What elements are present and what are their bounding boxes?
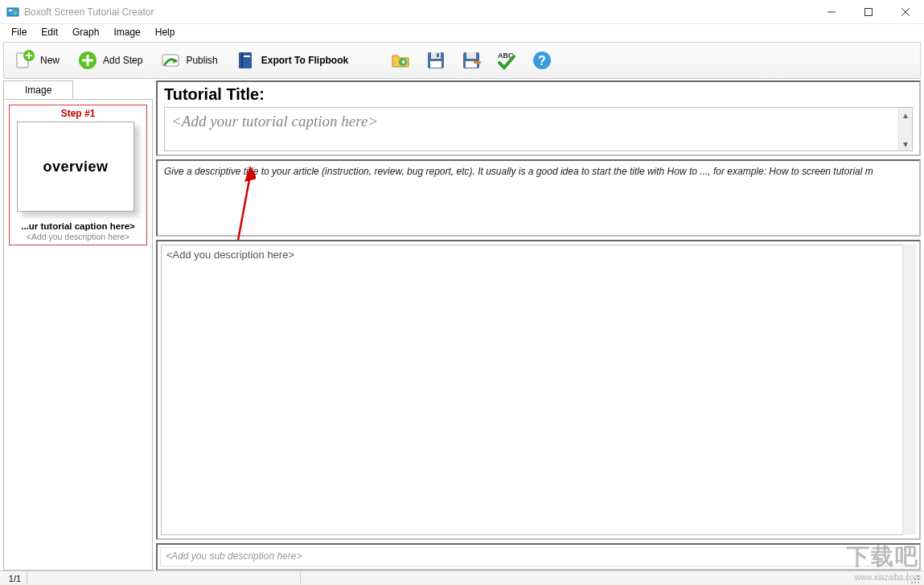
- save-icon: [425, 50, 446, 71]
- hint-text: Give a descriptive title to your article…: [164, 166, 913, 177]
- workspace: Image Step #1 overview ...ur tutorial ca…: [3, 80, 921, 571]
- sub-description-input[interactable]: <Add you sub description here>: [160, 547, 903, 566]
- add-step-button[interactable]: Add Step: [70, 45, 150, 76]
- sub-description-placeholder: <Add you sub description here>: [166, 550, 897, 562]
- svg-point-34: [914, 582, 916, 583]
- close-button[interactable]: [887, 0, 924, 24]
- title-scrollbar[interactable]: ▴ ▾: [898, 108, 912, 150]
- editor-column: Tutorial Title: <Add your tutorial capti…: [156, 80, 921, 571]
- new-label: New: [40, 55, 60, 66]
- svg-text:?: ?: [538, 54, 546, 68]
- spellcheck-button[interactable]: ABC: [491, 45, 523, 76]
- svg-rect-25: [466, 52, 476, 59]
- new-icon: [14, 50, 35, 71]
- export-flipbook-button[interactable]: Export To Flipbook: [228, 45, 355, 76]
- description-input[interactable]: <Add you description here>: [161, 245, 916, 535]
- publish-label: Publish: [186, 55, 217, 66]
- add-step-label: Add Step: [103, 55, 142, 66]
- step-title: Step #1: [12, 108, 144, 119]
- tab-image[interactable]: Image: [3, 80, 73, 99]
- title-placeholder: <Add your tutorial caption here>: [165, 108, 912, 135]
- left-column: Image Step #1 overview ...ur tutorial ca…: [3, 80, 153, 571]
- title-label: Tutorial Title:: [164, 85, 913, 104]
- step-thumbnail[interactable]: overview: [17, 122, 139, 216]
- menubar: File Edit Graph Image Help: [0, 24, 924, 40]
- hint-panel: Give a descriptive title to your article…: [156, 159, 921, 237]
- step-caption: ...ur tutorial caption here>: [12, 221, 144, 231]
- sub-description-panel: <Add you sub description here>: [156, 543, 921, 571]
- save-as-icon: [461, 50, 482, 71]
- app-icon: [6, 6, 19, 19]
- open-folder-button[interactable]: [384, 45, 417, 76]
- svg-rect-27: [474, 61, 481, 64]
- save-as-button[interactable]: [455, 45, 487, 76]
- toolbar: New Add Step Publish Export To Flipbook …: [3, 42, 921, 79]
- steps-panel: Step #1 overview ...ur tutorial caption …: [3, 99, 153, 571]
- window-title: Boxoft Screen Tutorial Creator: [24, 6, 813, 18]
- step-subcaption: <Add you description here>: [12, 232, 144, 241]
- status-page: 1/1: [3, 571, 27, 585]
- svg-point-35: [918, 579, 919, 580]
- titlebar: Boxoft Screen Tutorial Creator: [0, 0, 924, 24]
- description-placeholder: <Add you description here>: [166, 249, 910, 261]
- resize-grip-icon[interactable]: [908, 572, 921, 585]
- window-controls: [813, 0, 924, 24]
- svg-point-38: [918, 575, 919, 577]
- thumb-text: overview: [43, 159, 108, 175]
- svg-rect-23: [430, 61, 441, 68]
- step-card[interactable]: Step #1 overview ...ur tutorial caption …: [9, 105, 147, 245]
- svg-rect-1: [9, 10, 12, 11]
- svg-point-37: [914, 579, 916, 580]
- svg-point-33: [918, 582, 919, 583]
- svg-point-2: [14, 11, 17, 14]
- menu-image[interactable]: Image: [107, 25, 146, 39]
- svg-rect-18: [244, 56, 250, 57]
- scroll-down-icon[interactable]: ▾: [899, 137, 912, 150]
- statusbar: 1/1: [0, 571, 924, 585]
- menu-help[interactable]: Help: [149, 25, 182, 39]
- export-icon: [236, 50, 257, 71]
- svg-rect-4: [865, 8, 873, 15]
- maximize-button[interactable]: [850, 0, 887, 24]
- status-cell-2: [301, 571, 908, 585]
- svg-point-36: [911, 582, 913, 583]
- svg-rect-21: [431, 52, 441, 59]
- status-cell-1: [27, 571, 301, 585]
- svg-rect-17: [241, 52, 243, 68]
- description-scrollbar[interactable]: [902, 245, 916, 535]
- svg-rect-0: [7, 8, 18, 16]
- menu-edit[interactable]: Edit: [35, 25, 64, 39]
- title-panel: Tutorial Title: <Add your tutorial capti…: [156, 80, 921, 156]
- svg-rect-16: [239, 52, 252, 68]
- menu-file[interactable]: File: [5, 25, 33, 39]
- publish-button[interactable]: Publish: [153, 45, 224, 76]
- export-label: Export To Flipbook: [261, 55, 348, 66]
- svg-rect-22: [437, 53, 439, 57]
- add-step-icon: [77, 50, 98, 71]
- description-panel: <Add you description here>: [156, 240, 921, 540]
- publish-icon: [160, 50, 181, 71]
- minimize-button[interactable]: [813, 0, 850, 24]
- spellcheck-icon: ABC: [496, 50, 517, 71]
- help-button[interactable]: ?: [526, 45, 558, 76]
- folder-open-icon: [390, 50, 411, 71]
- left-tabs: Image: [3, 80, 153, 99]
- title-input[interactable]: <Add your tutorial caption here> ▴ ▾: [164, 107, 913, 151]
- save-button[interactable]: [420, 45, 452, 76]
- scroll-up-icon[interactable]: ▴: [899, 108, 912, 122]
- help-icon: ?: [532, 50, 552, 71]
- menu-graph[interactable]: Graph: [66, 25, 105, 39]
- new-button[interactable]: New: [7, 45, 67, 76]
